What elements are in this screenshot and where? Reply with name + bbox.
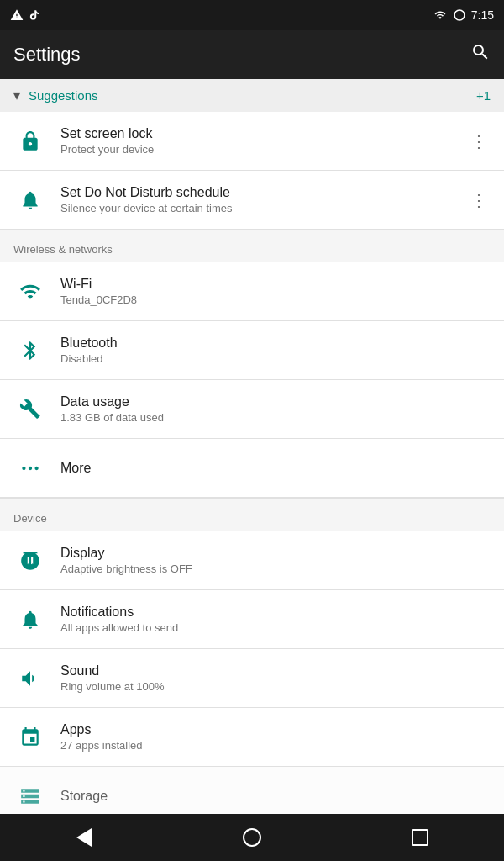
recents-icon [412,829,428,846]
tiktok-icon [29,9,40,21]
notifications-text: Notifications All apps allowed to send [60,605,491,634]
display-title: Display [60,546,491,561]
chevron-down-icon[interactable]: ▾ [13,87,20,103]
do-not-disturb-item[interactable]: Set Do Not Disturb schedule Silence your… [0,171,504,230]
set-screen-lock-text: Set screen lock Protect your device [60,126,467,156]
notifications-item[interactable]: Notifications All apps allowed to send [0,590,504,649]
storage-title: Storage [60,789,491,804]
set-screen-lock-menu-icon[interactable]: ⋮ [467,128,491,155]
display-icon [19,550,41,572]
storage-icon-container [13,785,47,807]
data-usage-title: Data usage [60,394,491,409]
svg-point-0 [454,10,465,20]
apps-title: Apps [60,722,491,737]
sound-item[interactable]: Sound Ring volume at 100% [0,649,504,708]
do-not-disturb-title: Set Do Not Disturb schedule [60,185,467,200]
bluetooth-title: Bluetooth [60,335,491,351]
status-bar-right: 7:15 [433,8,494,22]
bottom-navigation [0,814,504,861]
suggestions-header[interactable]: ▾ Suggestions +1 [0,79,504,112]
lock-icon-container [13,130,47,152]
sound-icon-container [13,668,47,689]
more-text: More [60,461,491,476]
bluetooth-item[interactable]: Bluetooth Disabled [0,321,504,380]
status-time: 7:15 [471,8,494,22]
storage-item[interactable]: Storage [0,767,504,814]
svg-point-1 [22,466,25,469]
back-button[interactable] [59,821,109,854]
bell-icon [19,189,41,211]
notifications-subtitle: All apps allowed to send [60,621,491,634]
svg-point-2 [29,466,32,469]
set-screen-lock-subtitle: Protect your device [60,143,467,156]
more-icon-container [13,457,47,479]
notifications-icon-container [13,609,47,631]
do-not-disturb-menu-icon[interactable]: ⋮ [467,187,491,214]
lock-icon [19,130,41,152]
search-button[interactable] [470,42,491,67]
storage-text: Storage [60,789,491,804]
more-title: More [60,461,491,476]
device-section-header: Device [0,499,504,531]
back-icon [76,828,92,847]
wifi-text: Wi-Fi Tenda_0CF2D8 [60,277,491,306]
apps-text: Apps 27 apps installed [60,722,491,752]
more-item[interactable]: More [0,439,504,498]
set-screen-lock-item[interactable]: Set screen lock Protect your device ⋮ [0,112,504,171]
status-bar: 7:15 [0,0,504,30]
svg-point-3 [34,466,38,469]
do-not-disturb-subtitle: Silence your device at certain times [60,202,467,214]
wifi-icon-container [13,281,47,303]
display-item[interactable]: Display Adaptive brightness is OFF [0,531,504,590]
wifi-title: Wi-Fi [60,277,491,292]
wifi-subtitle: Tenda_0CF2D8 [60,293,491,306]
bluetooth-icon [19,340,41,362]
suggestions-label: Suggestions [29,88,98,103]
do-not-disturb-text: Set Do Not Disturb schedule Silence your… [60,185,467,214]
display-text: Display Adaptive brightness is OFF [60,546,491,575]
status-bar-left [10,8,40,22]
search-icon [470,42,491,62]
data-usage-subtitle: 1.83 GB of data used [60,411,491,424]
main-content: ▾ Suggestions +1 Set screen lock Protect… [0,79,504,814]
wifi-icon [19,281,41,303]
display-subtitle: Adaptive brightness is OFF [60,563,491,575]
circle-status-icon [453,8,466,22]
more-dots-icon [19,457,41,479]
sound-text: Sound Ring volume at 100% [60,663,491,693]
storage-icon [19,785,41,807]
apps-item[interactable]: Apps 27 apps installed [0,708,504,767]
data-usage-icon [19,399,41,420]
suggestions-plus: +1 [476,88,491,103]
sound-subtitle: Ring volume at 100% [60,680,491,693]
recents-button[interactable] [395,821,445,854]
wireless-section-header: Wireless & networks [0,230,504,262]
apps-icon [19,726,41,748]
bell-icon-container [13,189,47,211]
data-usage-icon-container [13,399,47,420]
bluetooth-subtitle: Disabled [60,352,491,365]
notifications-title: Notifications [60,605,491,620]
data-usage-item[interactable]: Data usage 1.83 GB of data used [0,380,504,439]
suggestions-left: ▾ Suggestions [13,87,98,103]
bluetooth-icon-container [13,340,47,362]
bluetooth-text: Bluetooth Disabled [60,335,491,365]
display-icon-container [13,550,47,572]
page-title: Settings [13,44,81,66]
apps-subtitle: 27 apps installed [60,739,491,752]
wifi-item[interactable]: Wi-Fi Tenda_0CF2D8 [0,262,504,321]
sound-title: Sound [60,663,491,679]
app-header: Settings [0,30,504,79]
notifications-icon [19,609,41,631]
data-usage-text: Data usage 1.83 GB of data used [60,394,491,424]
wifi-status-icon [433,9,448,21]
home-button[interactable] [227,821,277,854]
home-icon [243,828,261,847]
set-screen-lock-title: Set screen lock [60,126,467,141]
apps-icon-container [13,726,47,748]
warning-icon [10,8,24,22]
sound-icon [19,668,41,689]
